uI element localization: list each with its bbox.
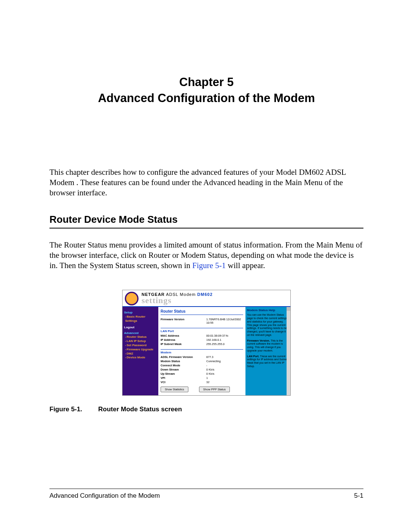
- row-upstream: Up Stream 0 Kb/s: [161, 372, 243, 376]
- value-upstream: 0 Kb/s: [206, 372, 243, 375]
- label-connect-mode: Connect Mode: [161, 364, 206, 367]
- label-adsl-fw: ADSL Firmware Version: [161, 355, 206, 359]
- figure-crossref-link[interactable]: Figure 5-1: [192, 261, 226, 270]
- sidebar-item-basic-router[interactable]: Basic Router Settings: [125, 315, 157, 323]
- sidebar-item-firmware-upgrade[interactable]: Firmware Upgrade: [125, 348, 157, 352]
- label-mac: MAC Address: [161, 334, 206, 337]
- netgear-logo-icon: [125, 292, 139, 305]
- value-modem-status: Connecting: [206, 359, 243, 363]
- row-subnet: IP Subnet Mask 255.255.255.0: [161, 342, 243, 346]
- value-downstream: 0 Kb/s: [206, 368, 243, 371]
- show-statistics-button[interactable]: Show Statistics: [161, 387, 188, 392]
- chapter-title: Advanced Configuration of the Modem: [49, 90, 363, 106]
- intro-paragraph: This chapter describes how to configure …: [49, 167, 363, 198]
- row-mac: MAC Address 00:01:38:09:37:fc: [161, 334, 243, 338]
- label-vci: VCI: [161, 380, 206, 384]
- row-ip: IP Address 192.168.0.1: [161, 338, 243, 342]
- help-scrollbar[interactable]: [287, 307, 290, 395]
- help-panel: Modem Status Help You can use the Modem …: [245, 307, 290, 395]
- sidebar-item-logout[interactable]: Logout: [124, 326, 157, 330]
- settings-word: settings: [142, 296, 213, 305]
- subheader-lan: LAN Port: [161, 328, 243, 333]
- row-connect-mode: Connect Mode -: [161, 363, 243, 367]
- sidebar-nav: Setup Basic Router Settings Logout Advan…: [123, 307, 158, 395]
- figure-title: Router Mode Status screen: [98, 406, 182, 413]
- label-firmware: Firmware Version: [161, 318, 206, 324]
- help-bold-lan: LAN Port.: [247, 355, 259, 358]
- embedded-screenshot: NETGEAR ADSL Modem DM602 settings Setup …: [122, 290, 291, 396]
- sidebar-item-lan-ip[interactable]: LAN IP Setup: [125, 339, 157, 343]
- sidebar-heading-advanced: Advanced: [124, 331, 157, 335]
- section-heading: Router Device Mode Status: [49, 214, 363, 228]
- label-vpi: VPI: [161, 376, 206, 380]
- screenshot-banner: NETGEAR ADSL Modem DM602 settings: [123, 290, 290, 306]
- page-footer: Advanced Configuration of the Modem 5-1: [49, 489, 363, 500]
- chapter-heading: Chapter 5 Advanced Configuration of the …: [49, 74, 363, 106]
- row-downstream: Down Stream 0 Kb/s: [161, 367, 243, 372]
- help-paragraph-1: You can use the Modem Status page to che…: [247, 313, 289, 337]
- row-vci: VCI 32: [161, 380, 243, 384]
- value-firmware: 1.70NRT6.B4B 12/Jul/2002 10:55: [206, 318, 243, 324]
- figure-caption: Figure 5-1.Router Mode Status screen: [49, 406, 363, 413]
- document-page: Chapter 5 Advanced Configuration of the …: [0, 0, 411, 532]
- panel-title: Router Status: [161, 309, 243, 315]
- help-paragraph-3: LAN Port. These are the current settings…: [247, 355, 289, 368]
- row-adsl-fw: ADSL Firmware Version 877.3: [161, 355, 243, 359]
- help-bold-firmware: Firmware Version.: [247, 339, 270, 342]
- row-vpi: VPI 1: [161, 376, 243, 380]
- label-ip: IP Address: [161, 338, 206, 342]
- label-subnet: IP Subnet Mask: [161, 342, 206, 346]
- row-firmware: Firmware Version 1.70NRT6.B4B 12/Jul/200…: [161, 317, 243, 325]
- footer-page-number: 5-1: [354, 492, 363, 500]
- sidebar-heading-setup: Setup: [124, 311, 157, 315]
- figure-container: NETGEAR ADSL Modem DM602 settings Setup …: [49, 290, 363, 396]
- chapter-number: Chapter 5: [49, 74, 363, 90]
- banner-titleblock: NETGEAR ADSL Modem DM602 settings: [142, 292, 213, 305]
- help-title: Modem Status Help: [247, 308, 289, 312]
- footer-left: Advanced Configuration of the Modem: [49, 492, 160, 500]
- screenshot-body: Setup Basic Router Settings Logout Advan…: [123, 306, 290, 395]
- para-text-after: will appear.: [226, 261, 265, 270]
- value-adsl-fw: 877.3: [206, 355, 243, 359]
- sidebar-item-set-password[interactable]: Set Password: [125, 343, 157, 348]
- show-ppp-status-button[interactable]: Show PPP Status: [199, 387, 230, 392]
- subheader-modem: Modem: [161, 349, 243, 354]
- button-row: Show Statistics Show PPP Status: [161, 387, 243, 392]
- label-modem-status: Modem Status: [161, 359, 206, 363]
- sidebar-item-router-status[interactable]: Router Status: [125, 335, 157, 339]
- sidebar-item-device-mode[interactable]: Device Mode: [125, 356, 157, 360]
- sidebar-item-dmz[interactable]: DMZ: [125, 352, 157, 356]
- value-subnet: 255.255.255.0: [206, 342, 243, 346]
- label-upstream: Up Stream: [161, 372, 206, 375]
- label-downstream: Down Stream: [161, 368, 206, 371]
- row-modem-status: Modem Status Connecting: [161, 359, 243, 363]
- help-paragraph-2: Firmware Version. This is the current so…: [247, 339, 289, 353]
- section-paragraph: The Router Status menu provides a limite…: [49, 240, 363, 271]
- value-connect-mode: -: [206, 364, 243, 367]
- value-vpi: 1: [206, 376, 243, 380]
- value-ip: 192.168.0.1: [206, 338, 243, 342]
- product-model: DM602: [197, 292, 212, 297]
- value-vci: 32: [206, 380, 243, 384]
- value-mac: 00:01:38:09:37:fc: [206, 334, 243, 337]
- figure-number: Figure 5-1.: [49, 406, 82, 413]
- status-panel: Router Status Firmware Version 1.70NRT6.…: [158, 307, 245, 395]
